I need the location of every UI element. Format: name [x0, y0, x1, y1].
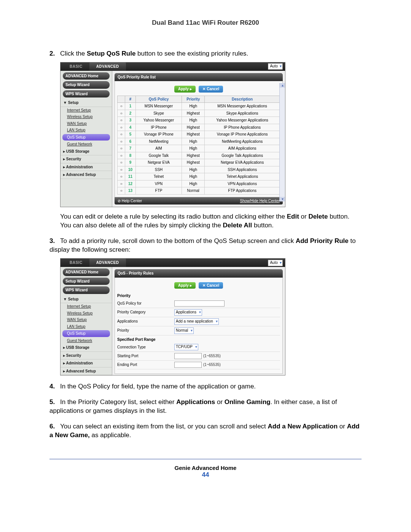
doc-title: Dual Band 11ac WiFi Router R6200: [49, 19, 362, 27]
table-row: ○12VPNHighVPN Applications: [118, 180, 280, 187]
sidebar-setup[interactable]: ▼ Setup: [61, 296, 112, 304]
step-6: 6.You can select an existing item from t…: [49, 422, 362, 440]
radio-button[interactable]: ○: [118, 152, 125, 159]
label-category: Priority Category: [117, 310, 174, 315]
table-row: ○9Netgear EVAHighestNetgear EVA Applicat…: [118, 159, 280, 166]
input-end-port[interactable]: [174, 362, 202, 368]
table-header: QoS Policy: [135, 96, 182, 103]
sidebar-advsetup[interactable]: ▸ Advanced Setup: [61, 171, 112, 179]
qos-table: #QoS PolicyPriorityDescription ○1MSN Mes…: [117, 96, 280, 195]
sidebar-home[interactable]: ADVANCED Home: [63, 72, 110, 80]
sidebar-wps-wizard[interactable]: WPS Wizard: [63, 90, 110, 98]
tab-basic[interactable]: BASIC: [63, 62, 89, 71]
label-policy-for: QoS Policy for: [117, 301, 174, 306]
select-conn-type[interactable]: TCP/UDP: [174, 344, 198, 350]
range-note: (1~65535): [203, 353, 221, 359]
radio-button[interactable]: ○: [118, 138, 125, 145]
language-select[interactable]: Auto: [268, 63, 283, 70]
input-start-port[interactable]: [174, 353, 202, 359]
radio-button[interactable]: ○: [118, 159, 125, 166]
table-header: Priority: [182, 96, 205, 103]
language-select[interactable]: Auto: [268, 260, 283, 266]
label-priority: Priority: [117, 328, 174, 333]
sidebar-wireless[interactable]: Wireless Setup: [61, 310, 112, 317]
sidebar-wireless[interactable]: Wireless Setup: [61, 113, 112, 120]
input-policy-for[interactable]: [174, 300, 225, 307]
apply-button[interactable]: Apply ▸: [174, 282, 196, 289]
radio-button[interactable]: ○: [118, 110, 125, 117]
sidebar-wan[interactable]: WAN Setup: [61, 120, 112, 127]
sidebar-qos[interactable]: QoS Setup: [62, 134, 110, 141]
radio-button[interactable]: ○: [118, 173, 125, 181]
panel-title: QoS - Priority Rules: [115, 269, 283, 278]
tab-advanced[interactable]: ADVANCED: [89, 259, 126, 267]
table-row: ○13FTPNormalFTP Applications: [118, 187, 280, 195]
table-row: ○6NetMeetingHighNetMeeting Applications: [118, 138, 280, 145]
table-header: [118, 96, 125, 103]
radio-button[interactable]: ○: [118, 145, 125, 152]
sidebar-home[interactable]: ADVANCED Home: [63, 268, 110, 276]
panel-title: QoS Priority Rule list: [115, 73, 283, 81]
footer-page: 44: [49, 471, 362, 479]
tab-basic[interactable]: BASIC: [63, 259, 89, 267]
cancel-button[interactable]: ✕ Cancel: [199, 86, 223, 93]
sidebar-usb[interactable]: ▸ USB Storage: [61, 344, 112, 352]
toggle-help[interactable]: Show/Hide Help Center: [240, 198, 280, 204]
router-screenshot-1: BASIC ADVANCED Auto ADVANCED Home Setup …: [60, 62, 285, 208]
sidebar-guest[interactable]: Guest Network: [61, 141, 112, 148]
sidebar-lan[interactable]: LAN Setup: [61, 127, 112, 134]
sidebar-qos[interactable]: QoS Setup: [62, 330, 110, 337]
footer-title: Genie Advanced Home: [49, 465, 362, 471]
sidebar-internet[interactable]: Internet Setup: [61, 107, 112, 114]
sidebar: ADVANCED Home Setup Wizard WPS Wizard ▼ …: [61, 267, 112, 375]
radio-button[interactable]: ○: [118, 180, 125, 187]
table-row: ○4IP PhoneHighestIP Phone Applications: [118, 124, 280, 131]
sidebar-internet[interactable]: Internet Setup: [61, 303, 112, 310]
sidebar-admin[interactable]: ▸ Administration: [61, 359, 112, 367]
tab-advanced[interactable]: ADVANCED: [89, 62, 126, 71]
apply-button[interactable]: Apply ▸: [174, 86, 196, 93]
sidebar-admin[interactable]: ▸ Administration: [61, 163, 112, 171]
sidebar-usb[interactable]: ▸ USB Storage: [61, 148, 112, 156]
sidebar-wps-wizard[interactable]: WPS Wizard: [63, 286, 110, 294]
label-end-port: Ending Port: [117, 362, 174, 367]
cancel-button[interactable]: ✕ Cancel: [199, 282, 223, 289]
radio-button[interactable]: ○: [118, 103, 125, 110]
sidebar-security[interactable]: ▸ Security: [61, 155, 112, 163]
label-conn-type: Connection Type: [117, 345, 174, 350]
sidebar-setup-wizard[interactable]: Setup Wizard: [63, 81, 110, 89]
port-header: Specified Port Range: [117, 335, 280, 343]
sidebar-setup-wizard[interactable]: Setup Wizard: [63, 278, 110, 285]
radio-button[interactable]: ○: [118, 117, 125, 124]
scrollbar[interactable]: ▴▾: [279, 83, 285, 202]
table-row: ○2SkypeHighestSkype Applications: [118, 110, 280, 117]
help-center[interactable]: ⊘ Help Center: [118, 198, 142, 204]
table-row: ○1MSN MessengerHighMSN Messenger Applica…: [118, 103, 280, 110]
sidebar-wan[interactable]: WAN Setup: [61, 316, 112, 323]
table-header: #: [125, 96, 135, 103]
table-row: ○5Vonage IP PhoneHighestVonage IP Phone …: [118, 131, 280, 138]
router-screenshot-2: BASIC ADVANCED Auto ADVANCED Home Setup …: [60, 258, 285, 375]
sidebar-advsetup[interactable]: ▸ Advanced Setup: [61, 367, 112, 375]
label-applications: Applications: [117, 319, 174, 324]
select-priority[interactable]: Normal: [174, 328, 194, 334]
select-category[interactable]: Applications: [174, 309, 202, 316]
radio-button[interactable]: ○: [118, 187, 125, 195]
radio-button[interactable]: ○: [118, 131, 125, 138]
radio-button[interactable]: ○: [118, 166, 125, 173]
table-row: ○3Yahoo MessengerHighYahoo Messenger App…: [118, 117, 280, 124]
priority-header: Priority: [117, 292, 280, 299]
sidebar-guest[interactable]: Guest Network: [61, 337, 112, 344]
range-note: (1~65535): [203, 362, 221, 367]
select-applications[interactable]: Add a new application: [174, 318, 219, 325]
scroll-down-icon[interactable]: ▾: [280, 197, 285, 201]
table-row: ○7AIMHighAIM Applications: [118, 145, 280, 152]
step-5: 5.In the Priority Category list, select …: [49, 398, 362, 415]
radio-button[interactable]: ○: [118, 124, 125, 131]
step-4: 4.In the QoS Policy for field, type the …: [49, 382, 362, 391]
sidebar-setup[interactable]: ▼ Setup: [61, 99, 112, 107]
sidebar-security[interactable]: ▸ Security: [61, 352, 112, 360]
scroll-up-icon[interactable]: ▴: [280, 83, 285, 88]
step-2: 2.Click the Setup QoS Rule button to see…: [49, 50, 362, 230]
sidebar-lan[interactable]: LAN Setup: [61, 323, 112, 330]
